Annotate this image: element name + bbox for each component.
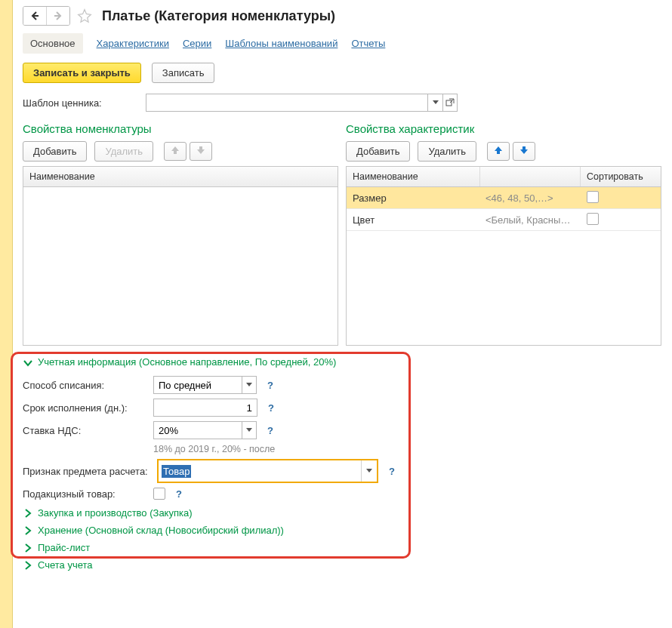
nomenclature-properties-panel: Свойства номенклатуры Добавить Удалить [23,122,338,346]
excise-checkbox[interactable] [153,488,165,500]
char-table: Наименование Сортировать Размер <46, 48,… [346,166,661,346]
chevron-right-icon [23,508,33,519]
chevron-down-icon [366,469,372,473]
nomenclature-properties-title: Свойства номенклатуры [23,122,338,135]
group-storage[interactable]: Хранение (Основной склад (Новосибирский … [23,522,661,539]
chevron-down-icon [246,428,252,433]
accounting-group-header[interactable]: Учетная информация (Основное направление… [23,356,661,368]
characteristic-properties-panel: Свойства характеристик Добавить Удалить [346,122,661,346]
char-row[interactable]: Размер <46, 48, 50,…> [347,187,661,209]
char-th-sort[interactable]: Сортировать [581,167,661,186]
tab-reports[interactable]: Отчеты [351,33,385,54]
group-accounts[interactable]: Счета учета [23,556,661,574]
writeoff-help[interactable]: ? [267,380,273,391]
nav-back-button[interactable] [23,7,46,25]
nom-move-up-button[interactable] [164,142,186,161]
vat-input[interactable] [153,421,242,439]
price-tag-template-open-button[interactable] [442,94,458,112]
subject-dropdown[interactable] [361,460,377,482]
char-sort-checkbox[interactable] [587,191,599,203]
price-tag-template-input[interactable] [146,94,427,112]
char-cell-name: Цвет [347,211,479,229]
char-th-name[interactable]: Наименование [347,167,480,186]
char-sort-checkbox[interactable] [587,213,599,225]
writeoff-label: Способ списания: [23,380,147,391]
chevron-right-icon [23,560,33,571]
nom-table-body[interactable] [23,187,338,345]
chevron-right-icon [23,525,33,536]
vat-help[interactable]: ? [267,425,273,436]
form-toolbar: Записать и закрыть Записать [23,63,661,83]
save-button[interactable]: Записать [152,63,215,83]
tab-main[interactable]: Основное [23,33,83,54]
subject-combo[interactable]: Товар [157,459,378,483]
excise-help[interactable]: ? [176,488,182,500]
chevron-down-icon [433,100,439,105]
tabs: Основное Характеристики Серии Шаблоны на… [23,33,661,54]
char-cell-name: Размер [347,189,479,207]
favorite-star-icon[interactable] [76,8,93,24]
subject-help[interactable]: ? [389,466,395,477]
vat-hint: 18% до 2019 г., 20% - после [153,444,661,454]
char-add-button[interactable]: Добавить [346,141,410,162]
price-tag-template-label: Шаблон ценника: [23,97,140,109]
chevron-down-icon [23,358,33,368]
vat-dropdown[interactable] [242,421,257,439]
price-tag-template-dropdown[interactable] [427,94,442,112]
nom-table: Наименование [23,166,338,346]
subject-value: Товар [159,460,361,482]
term-input[interactable] [153,399,257,417]
group-purchase-label: Закупка и производство (Закупка) [38,507,193,519]
accounting-group-title: Учетная информация (Основное направление… [38,356,336,368]
tab-characteristics[interactable]: Характеристики [97,33,169,54]
char-delete-button[interactable]: Удалить [418,141,476,162]
left-gutter [0,0,13,628]
char-cell-values: <46, 48, 50,…> [479,189,581,207]
nom-move-down-button[interactable] [190,142,212,161]
accounting-section: Учетная информация (Основное направление… [23,356,661,574]
arrow-left-icon [30,11,39,20]
char-cell-values: <Белый, Красный , … [479,211,581,229]
writeoff-input[interactable] [153,376,242,394]
arrow-right-icon [54,11,63,20]
arrow-up-icon [171,146,180,155]
char-move-up-button[interactable] [487,142,510,161]
writeoff-dropdown[interactable] [242,376,257,394]
tab-naming-templates[interactable]: Шаблоны наименований [225,33,338,54]
nom-add-button[interactable]: Добавить [23,141,87,162]
chevron-right-icon [23,543,33,553]
excise-label: Подакцизный товар: [23,488,147,500]
title-bar: Платье (Категория номенклатуры) [23,6,661,26]
nav-buttons [23,6,70,26]
group-price-label: Прайс-лист [38,542,90,553]
arrow-down-icon [196,146,205,155]
nom-delete-button[interactable]: Удалить [94,141,153,162]
vat-label: Ставка НДС: [23,425,147,436]
group-purchase[interactable]: Закупка и производство (Закупка) [23,504,661,522]
char-th-values[interactable] [480,167,581,186]
arrow-down-icon [519,146,529,155]
chevron-down-icon [246,383,252,387]
arrow-up-icon [494,146,503,155]
svg-rect-2 [446,100,452,106]
nav-forward-button[interactable] [46,7,69,25]
characteristic-properties-title: Свойства характеристик [346,122,661,135]
term-label: Срок исполнения (дн.): [23,402,147,414]
term-help[interactable]: ? [268,402,274,414]
price-tag-template-row: Шаблон ценника: [23,94,661,112]
save-and-close-button[interactable]: Записать и закрыть [23,63,141,83]
group-storage-label: Хранение (Основной склад (Новосибирский … [38,525,284,536]
open-external-icon [445,98,455,107]
char-row[interactable]: Цвет <Белый, Красный , … [347,209,661,231]
group-accounts-label: Счета учета [38,559,93,571]
tab-series[interactable]: Серии [183,33,211,54]
subject-label: Признак предмета расчета: [23,466,151,477]
group-price[interactable]: Прайс-лист [23,539,661,556]
nom-th-name[interactable]: Наименование [23,167,338,186]
char-move-down-button[interactable] [513,142,535,161]
page-title: Платье (Категория номенклатуры) [102,8,335,24]
